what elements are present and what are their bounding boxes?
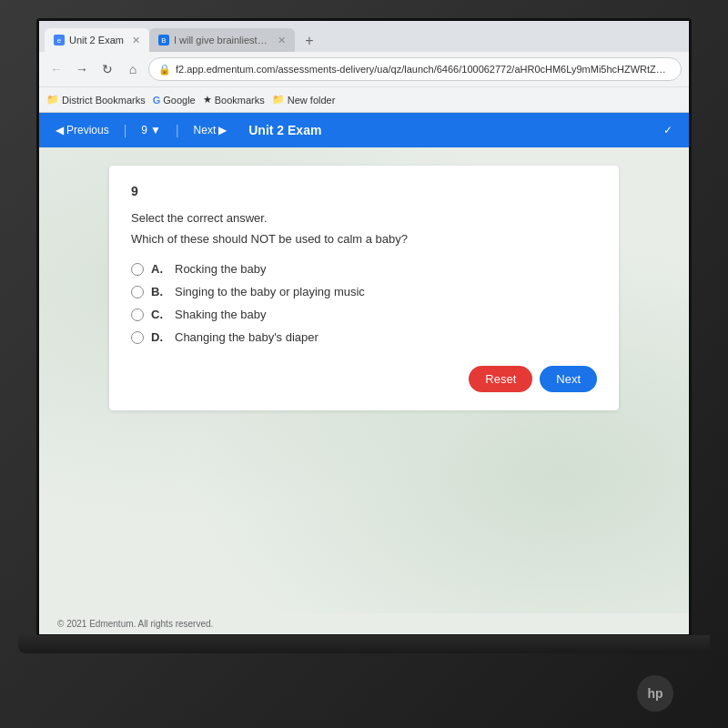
option-text-b: Singing to the baby or playing music: [175, 285, 365, 298]
forward-button[interactable]: →: [72, 59, 92, 79]
tab-label-2: I will give brainliest! Select the...: [174, 35, 269, 46]
bookmark-label-2: Google: [163, 95, 195, 106]
option-letter-c: C.: [151, 308, 167, 321]
new-tab-button[interactable]: +: [298, 30, 320, 52]
option-a[interactable]: A. Rocking the baby: [131, 262, 597, 276]
back-button[interactable]: ←: [46, 59, 66, 79]
question-card: 9 Select the correct answer. Which of th…: [109, 166, 619, 410]
bookmark-label-1: District Bookmarks: [62, 95, 146, 106]
previous-button[interactable]: ◀ Previous: [50, 120, 115, 140]
home-button[interactable]: ⌂: [123, 59, 143, 79]
option-d[interactable]: D. Changing the baby's diaper: [131, 330, 597, 344]
star-icon: ★: [203, 94, 212, 106]
footer-text: © 2021 Edmentum. All rights reserved.: [57, 619, 213, 629]
option-b[interactable]: B. Singing to the baby or playing music: [131, 285, 597, 298]
option-text-d: Changing the baby's diaper: [175, 330, 318, 344]
tab-favicon-2: B: [158, 35, 169, 46]
bookmark-google[interactable]: G Google: [153, 95, 196, 106]
question-instruction: Select the correct answer.: [131, 211, 597, 225]
option-letter-b: B.: [151, 285, 167, 298]
tab-label-1: Unit 2 Exam: [69, 35, 124, 46]
footer: © 2021 Edmentum. All rights reserved.: [39, 613, 689, 634]
app-toolbar: ◀ Previous | 9 ▼ | Next ▶ Unit 2 Exam ✓: [39, 113, 689, 147]
option-text-a: Rocking the baby: [175, 262, 266, 276]
question-number: 9: [131, 184, 597, 198]
url-text: f2.app.edmentum.com/assessments-delivery…: [176, 64, 672, 75]
radio-b[interactable]: [131, 286, 144, 298]
bookmarks-bar: 📁 District Bookmarks G Google ★ Bookmark…: [39, 86, 689, 112]
tab-favicon-1: e: [54, 35, 65, 46]
option-text-c: Shaking the baby: [175, 308, 266, 321]
content-area: 9 Select the correct answer. Which of th…: [39, 147, 689, 613]
previous-label: Previous: [66, 124, 109, 136]
hp-logo: hp: [637, 675, 673, 712]
bookmark-label-4: New folder: [288, 95, 336, 106]
bookmark-bookmarks[interactable]: ★ Bookmarks: [203, 94, 265, 106]
tab-unit2exam[interactable]: e Unit 2 Exam ✕: [45, 28, 149, 52]
radio-c[interactable]: [131, 308, 144, 321]
option-letter-d: D.: [151, 330, 167, 344]
folder-icon-1: 📁: [46, 94, 59, 106]
question-number-display[interactable]: 9 ▼: [136, 120, 167, 140]
chevron-down-icon: ▼: [150, 124, 161, 136]
laptop-bottom: [18, 635, 710, 653]
radio-d[interactable]: [131, 331, 144, 344]
reset-button[interactable]: Reset: [469, 366, 532, 392]
option-c[interactable]: C. Shaking the baby: [131, 308, 597, 321]
tab-brainliest[interactable]: B I will give brainliest! Select the... …: [149, 28, 295, 52]
question-num-text: 9: [141, 124, 147, 136]
toolbar-check-icon: ✓: [658, 120, 678, 140]
address-bar: ← → ↻ ⌂ 🔒 f2.app.edmentum.com/assessment…: [39, 52, 689, 86]
reload-button[interactable]: ↻: [97, 59, 117, 79]
next-label-toolbar: Next: [194, 124, 217, 136]
answer-options: A. Rocking the baby B. Singing to the ba…: [131, 262, 597, 344]
folder-icon-2: 📁: [272, 94, 285, 106]
previous-icon: ◀: [56, 124, 64, 136]
next-icon-toolbar: ▶: [218, 124, 227, 136]
tab-close-1[interactable]: ✕: [132, 35, 140, 46]
url-bar[interactable]: 🔒 f2.app.edmentum.com/assessments-delive…: [148, 57, 682, 81]
question-text: Which of these should NOT be used to cal…: [131, 232, 597, 246]
radio-a[interactable]: [131, 263, 144, 276]
lock-icon: 🔒: [158, 64, 171, 76]
tab-bar: e Unit 2 Exam ✕ B I will give brainliest…: [39, 21, 689, 52]
action-buttons: Reset Next: [131, 366, 597, 392]
bookmark-district[interactable]: 📁 District Bookmarks: [46, 94, 146, 106]
browser-chrome: e Unit 2 Exam ✕ B I will give brainliest…: [39, 21, 689, 113]
exam-title: Unit 2 Exam: [248, 123, 321, 137]
google-icon: G: [153, 95, 161, 106]
next-button[interactable]: Next: [540, 366, 597, 392]
bookmark-label-3: Bookmarks: [215, 95, 265, 106]
next-button-toolbar[interactable]: Next ▶: [188, 120, 233, 140]
toolbar-divider-2: |: [176, 123, 179, 137]
toolbar-divider: |: [124, 123, 127, 137]
option-letter-a: A.: [151, 262, 167, 276]
screen: e Unit 2 Exam ✕ B I will give brainliest…: [36, 18, 692, 637]
bookmark-newfolder[interactable]: 📁 New folder: [272, 94, 336, 106]
tab-close-2[interactable]: ✕: [278, 35, 286, 46]
